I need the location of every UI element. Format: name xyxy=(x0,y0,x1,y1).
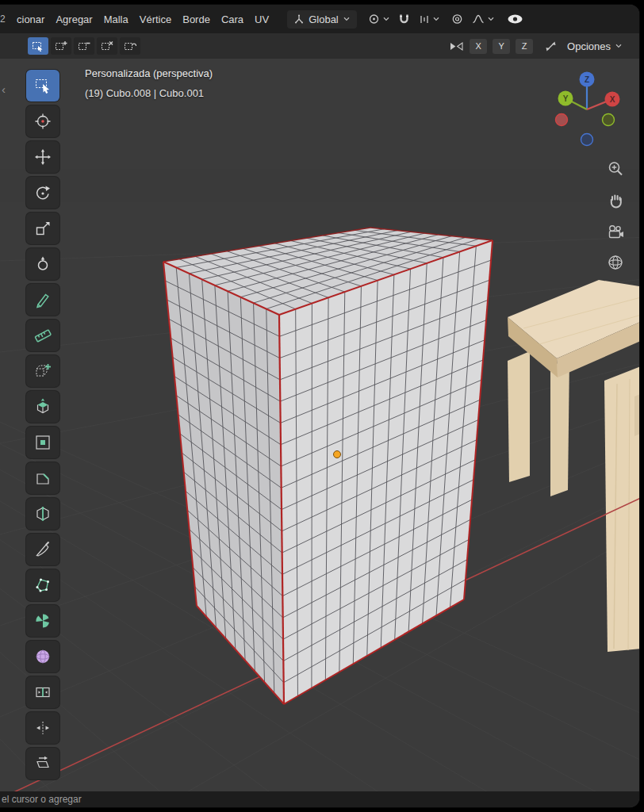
mirror-butterfly-icon[interactable] xyxy=(449,40,464,52)
select-set-icon xyxy=(32,40,44,52)
tool-smooth[interactable] xyxy=(26,641,59,672)
tool-inset-faces[interactable] xyxy=(26,427,59,458)
menu-item-malla[interactable]: Malla xyxy=(98,13,134,25)
camera-view-icon xyxy=(607,224,624,241)
view-name-overlay: Personalizada (perspectiva) xyxy=(85,67,213,79)
pivot-point-dropdown[interactable] xyxy=(368,13,389,25)
select-invert-icon xyxy=(101,40,113,52)
zoom-button[interactable] xyxy=(605,159,626,179)
perspective-toggle-button[interactable] xyxy=(605,252,626,273)
edge-slide-icon xyxy=(33,683,52,702)
tool-annotate[interactable] xyxy=(26,284,59,316)
gizmo-x-label: X xyxy=(610,95,615,104)
tool-loop-cut[interactable] xyxy=(26,498,59,530)
scale-icon xyxy=(33,219,52,238)
menu-item-cara[interactable]: Cara xyxy=(216,13,249,25)
gizmo-negative-axes[interactable] xyxy=(556,114,615,146)
mirror-z-button[interactable]: Z xyxy=(516,39,533,54)
menu-item-vertice[interactable]: Vértice xyxy=(134,13,177,25)
zoom-icon xyxy=(607,160,624,178)
gizmo-z-label: Z xyxy=(585,75,589,84)
blender-window: 2 cionar Agregar Malla Vértice Borde Car… xyxy=(0,0,644,812)
gizmo-minus-x-ball xyxy=(556,114,568,126)
tool-settings-right: X Y Z Opciones xyxy=(449,39,639,54)
extrude-region-icon xyxy=(33,397,52,416)
viewport-editor: Personalizada (perspectiva) (19) Cubo.00… xyxy=(0,59,639,791)
cursor-icon xyxy=(33,112,52,131)
bevel-icon xyxy=(33,469,52,488)
select-extend-icon xyxy=(55,40,67,52)
gizmo-minus-y-ball xyxy=(603,114,615,126)
tool-spin[interactable] xyxy=(26,605,59,637)
tool-transform[interactable] xyxy=(26,248,59,280)
camera-view-button[interactable] xyxy=(605,222,626,243)
inset-faces-icon xyxy=(33,433,52,452)
tool-edge-slide[interactable] xyxy=(26,676,59,708)
chevron-down-icon xyxy=(488,17,494,21)
select-mode-invert-button[interactable] xyxy=(97,37,117,55)
loop-cut-icon xyxy=(33,504,52,523)
statusbar: el cursor o agregar xyxy=(0,791,639,807)
spin-icon xyxy=(33,611,52,630)
proportional-editing-button[interactable] xyxy=(451,13,463,25)
menu-item-borde[interactable]: Borde xyxy=(177,13,216,25)
select-mode-extend-button[interactable] xyxy=(51,37,71,55)
select-mode-subtract-button[interactable] xyxy=(74,37,94,55)
tool-poly-build[interactable] xyxy=(26,569,59,601)
mirror-y-button[interactable]: Y xyxy=(493,39,510,54)
select-mode-set-button[interactable] xyxy=(28,37,48,55)
chevron-down-icon xyxy=(383,17,389,21)
tool-extrude-region[interactable] xyxy=(26,391,59,423)
mirror-x-button[interactable]: X xyxy=(470,39,487,54)
menu-item-seleccionar[interactable]: cionar xyxy=(11,13,50,25)
tool-measure[interactable] xyxy=(26,320,59,351)
tool-knife[interactable] xyxy=(26,534,59,565)
tool-add-cube[interactable] xyxy=(26,355,59,387)
3d-viewport-canvas[interactable] xyxy=(0,59,639,791)
pan-button[interactable] xyxy=(605,190,626,211)
statusbar-hint: el cursor o agregar xyxy=(2,794,82,805)
tool-rip-region[interactable] xyxy=(26,712,59,744)
chevron-down-icon xyxy=(343,17,350,21)
snap-with-dropdown[interactable] xyxy=(419,14,439,25)
active-object-overlay: (19) Cubo.008 | Cubo.001 xyxy=(85,87,204,99)
options-label: Opciones xyxy=(567,40,611,52)
options-dropdown[interactable]: Opciones xyxy=(567,40,622,52)
orientation-value: Global xyxy=(309,13,339,25)
tool-shear[interactable] xyxy=(26,748,59,779)
menubar: 2 cionar Agregar Malla Vértice Borde Car… xyxy=(0,5,639,33)
falloff-dropdown[interactable] xyxy=(472,14,494,24)
add-cube-icon xyxy=(33,362,52,381)
tool-scale[interactable] xyxy=(26,213,59,244)
move-icon xyxy=(33,147,52,167)
tool-bevel[interactable] xyxy=(26,462,59,494)
menu-item-uv[interactable]: UV xyxy=(249,13,274,25)
menu-item-agregar[interactable]: Agregar xyxy=(50,13,98,25)
snap-toggle-button[interactable] xyxy=(398,13,410,25)
overlays-toggle-button[interactable] xyxy=(507,13,523,25)
perspective-grid-icon xyxy=(607,254,624,271)
tool-move[interactable] xyxy=(26,141,59,173)
chevron-down-icon xyxy=(433,17,439,21)
select-mode-intersect-button[interactable] xyxy=(120,37,140,55)
transform-orientation-dropdown[interactable]: Global xyxy=(287,10,357,29)
falloff-curve-icon xyxy=(472,14,485,24)
snap-with-icon xyxy=(419,14,430,25)
workspace-badge: 2 xyxy=(0,13,11,25)
overlays-eye-icon xyxy=(507,13,523,25)
gizmo-y-label: Y xyxy=(563,94,569,103)
chevron-down-icon xyxy=(615,44,622,48)
knife-icon xyxy=(33,540,52,559)
orientation-axes-icon xyxy=(294,14,304,24)
tool-cursor[interactable] xyxy=(26,105,59,137)
resize-arrows-icon[interactable] xyxy=(545,40,557,52)
proportional-editing-icon xyxy=(451,13,463,25)
app-frame: 2 cionar Agregar Malla Vértice Borde Car… xyxy=(0,5,639,807)
tool-select-box[interactable] xyxy=(26,70,59,102)
sidebar-collapse-arrow[interactable]: ‹ xyxy=(2,82,6,96)
rip-region-icon xyxy=(33,718,52,737)
select-subtract-icon xyxy=(78,40,90,52)
tool-rotate[interactable] xyxy=(26,177,59,209)
navigation-gizmo[interactable]: Z Y X xyxy=(551,68,624,151)
transform-icon xyxy=(33,255,52,274)
